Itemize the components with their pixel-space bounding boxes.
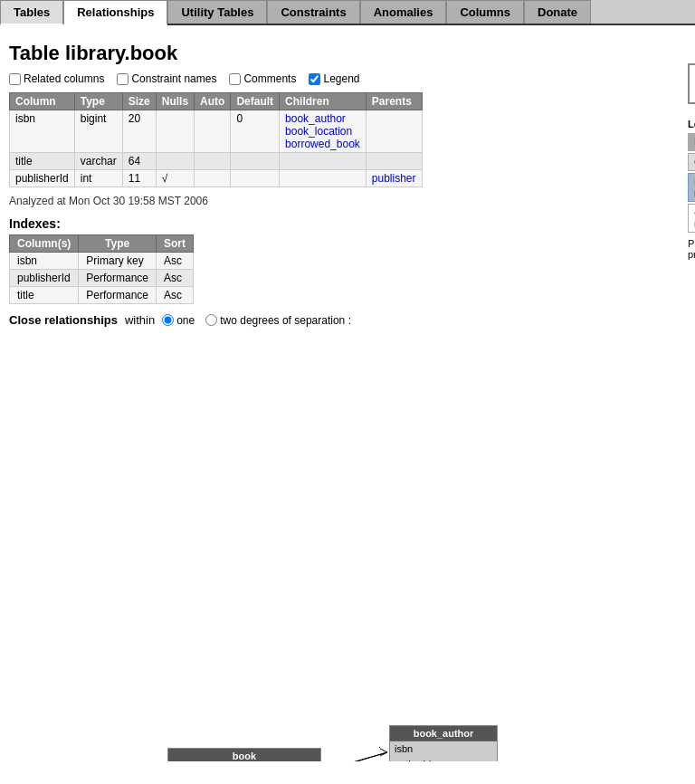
- one-degree-option[interactable]: one: [162, 314, 195, 327]
- timestamp: Analyzed at Mon Oct 30 19:58 MST 2006: [9, 195, 679, 207]
- two-degree-option[interactable]: two degrees of separation :: [205, 314, 351, 327]
- legend-index: Columns with indexes: [688, 153, 695, 171]
- constraint-names-label: Constraint names: [131, 72, 216, 85]
- cell-column: title: [10, 153, 75, 170]
- svg-text:⋅: ⋅: [378, 742, 381, 752]
- comments-label: Comments: [243, 72, 296, 85]
- cell-nulls: [156, 153, 194, 170]
- link-publisher[interactable]: publisher: [372, 172, 416, 185]
- er-table-book-header: book: [168, 749, 320, 761]
- cell-size: 20: [122, 110, 156, 153]
- er-table-book-author-header: book_author: [390, 726, 497, 741]
- legend-number: < n > number of related tables: [688, 204, 695, 233]
- col-header-parents: Parents: [366, 93, 422, 110]
- schemaspy-logo: SOURCEF◯RGE.net: [688, 63, 695, 104]
- er-table-row: authorId: [390, 757, 497, 761]
- idx-type-header: Type: [79, 235, 157, 253]
- related-columns-option[interactable]: Related columns: [9, 72, 104, 85]
- link-borrowed-book[interactable]: borrowed_book: [285, 138, 360, 150]
- idx-columns: title: [10, 287, 79, 304]
- link-book-location[interactable]: book_location: [285, 125, 352, 138]
- cell-auto: [195, 153, 231, 170]
- constraint-names-checkbox[interactable]: [117, 73, 129, 85]
- support-text: Please support this project: [688, 238, 695, 260]
- er-table-book[interactable]: book isbn bigint[20] title varchar[64] p…: [167, 748, 321, 761]
- cell-type: bigint: [74, 110, 122, 153]
- legend-excluded: Excluded column relationships: [688, 173, 695, 202]
- svg-line-5: [324, 752, 387, 761]
- table-row: isbn bigint 20 0 book_author book_locati…: [10, 110, 423, 153]
- generated-by: Generated by SchemaSpy: [688, 34, 695, 60]
- cell-parents: [366, 153, 422, 170]
- legend-label: Legend: [323, 72, 359, 85]
- main-content: Table library.book Related columns Const…: [0, 25, 695, 761]
- relationships-row: Close relationships within one two degre…: [9, 313, 679, 327]
- legend-primary: Primary key columns: [688, 133, 695, 151]
- cell-column: isbn: [10, 110, 75, 153]
- er-cell: isbn: [390, 741, 417, 756]
- comments-checkbox[interactable]: [229, 73, 241, 85]
- cell-type: varchar: [74, 153, 122, 170]
- constraint-names-option[interactable]: Constraint names: [117, 72, 216, 85]
- index-row: isbn Primary key Asc: [10, 253, 194, 270]
- tab-utility-tables[interactable]: Utility Tables: [167, 0, 267, 24]
- tab-anomalies[interactable]: Anomalies: [360, 0, 447, 24]
- two-degree-radio[interactable]: [205, 314, 217, 326]
- cell-type: int: [74, 170, 122, 187]
- index-row: title Performance Asc: [10, 287, 194, 304]
- er-table-book-author[interactable]: book_author isbn authorId < 1: [389, 725, 498, 761]
- nav-tabs: Tables Relationships Utility Tables Cons…: [0, 0, 695, 25]
- comments-option[interactable]: Comments: [229, 72, 296, 85]
- col-header-size: Size: [122, 93, 156, 110]
- idx-col-header: Column(s): [10, 235, 79, 253]
- cell-size: 64: [122, 153, 156, 170]
- idx-columns: isbn: [10, 253, 79, 270]
- legend-checkbox[interactable]: [309, 73, 320, 85]
- cell-children: [280, 170, 367, 187]
- cell-nulls: [156, 110, 194, 153]
- tab-donate[interactable]: Donate: [524, 0, 591, 24]
- columns-table: Column Type Size Nulls Auto Default Chil…: [9, 92, 423, 187]
- tab-constraints[interactable]: Constraints: [267, 0, 359, 24]
- col-header-type: Type: [74, 93, 122, 110]
- indexes-title: Indexes:: [9, 216, 679, 231]
- col-header-auto: Auto: [195, 93, 231, 110]
- cell-parents: [366, 110, 422, 153]
- tab-columns[interactable]: Columns: [446, 0, 524, 24]
- idx-type: Primary key: [79, 253, 157, 270]
- support-pre: Please: [688, 238, 695, 249]
- idx-type: Performance: [79, 270, 157, 287]
- cell-parents: publisher: [366, 170, 422, 187]
- tab-tables[interactable]: Tables: [0, 0, 63, 25]
- index-row: publisherId Performance Asc: [10, 270, 194, 287]
- col-header-children: Children: [280, 93, 367, 110]
- tab-relationships[interactable]: Relationships: [63, 0, 167, 25]
- col-header-default: Default: [231, 93, 280, 110]
- cell-size: 11: [122, 170, 156, 187]
- relationships-label: Close relationships: [9, 313, 118, 327]
- cell-auto: [195, 170, 231, 187]
- cell-default: [231, 170, 280, 187]
- within-label: within: [125, 313, 155, 327]
- idx-type: Performance: [79, 287, 157, 304]
- er-table-row: isbn: [390, 741, 497, 757]
- legend-section-label: Legend:: [688, 119, 695, 129]
- idx-sort: Asc: [157, 253, 194, 270]
- link-book-author[interactable]: book_author: [285, 112, 346, 125]
- cell-children: [280, 153, 367, 170]
- idx-sort: Asc: [157, 270, 194, 287]
- cell-column: publisherId: [10, 170, 75, 187]
- one-degree-radio[interactable]: [162, 314, 174, 326]
- table-row: publisherId int 11 √ publisher: [10, 170, 423, 187]
- idx-sort: Asc: [157, 287, 194, 304]
- er-cell: authorId: [390, 757, 435, 761]
- col-header-nulls: Nulls: [156, 93, 194, 110]
- legend-option[interactable]: Legend: [309, 72, 359, 85]
- connector-svg: ⋅: [9, 336, 679, 752]
- related-columns-label: Related columns: [24, 72, 104, 85]
- table-row: title varchar 64: [10, 153, 423, 170]
- related-columns-checkbox[interactable]: [9, 73, 21, 85]
- idx-sort-header: Sort: [157, 235, 194, 253]
- right-panel: Generated by SchemaSpy SOURCEF◯RGE.net L…: [688, 34, 695, 752]
- idx-columns: publisherId: [10, 270, 79, 287]
